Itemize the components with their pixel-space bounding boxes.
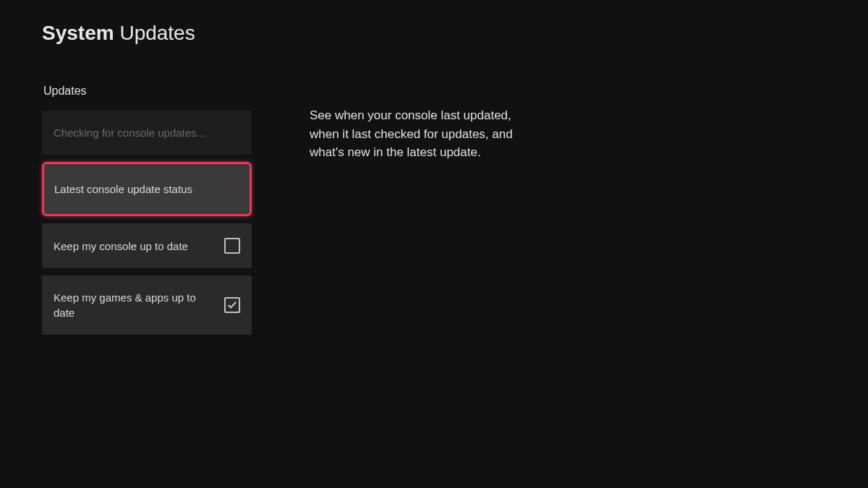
page-title-bold: System: [42, 22, 114, 44]
menu-item-label: Latest console update status: [54, 181, 239, 197]
menu-item-checking-updates: Checking for console updates...: [42, 111, 252, 155]
menu-item-label: Keep my console up to date: [54, 239, 224, 254]
description-text: See when your console last updated, when…: [310, 85, 541, 335]
page-title-rest: Updates: [119, 22, 195, 44]
checkbox-unchecked-icon[interactable]: [224, 238, 240, 254]
page-title: System Updates: [42, 22, 826, 45]
checkbox-checked-icon[interactable]: [224, 297, 240, 313]
menu-item-label: Checking for console updates...: [54, 125, 240, 140]
menu-item-keep-games-apps-up-to-date[interactable]: Keep my games & apps up to date: [42, 275, 252, 335]
section-label: Updates: [42, 85, 252, 98]
menu-item-keep-console-up-to-date[interactable]: Keep my console up to date: [42, 223, 252, 268]
menu-list: Checking for console updates... Latest c…: [42, 111, 252, 335]
menu-item-label: Keep my games & apps up to date: [54, 290, 224, 320]
menu-item-latest-status[interactable]: Latest console update status: [42, 162, 252, 216]
